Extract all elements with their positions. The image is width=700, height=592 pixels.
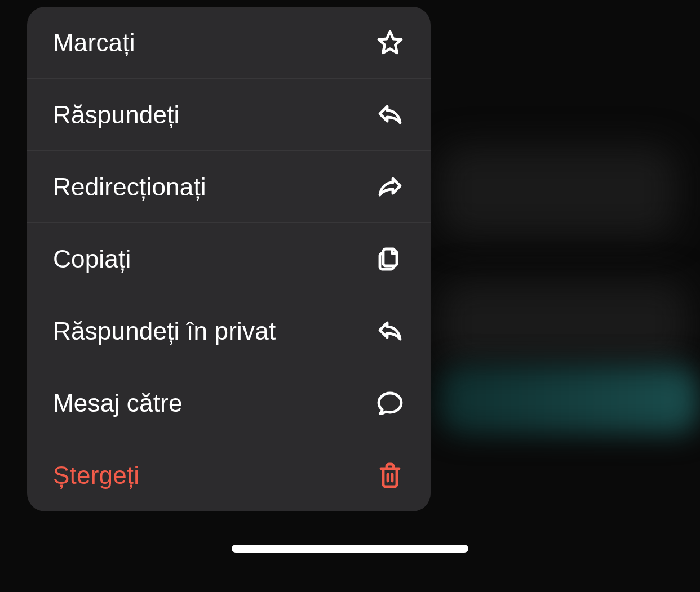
star-icon — [375, 28, 405, 57]
menu-item-label: Răspundeți în privat — [53, 317, 276, 345]
trash-icon — [375, 461, 405, 490]
blurred-message-bubble — [440, 366, 699, 434]
blurred-message-bubble — [440, 146, 676, 237]
menu-item-reply[interactable]: Răspundeți — [27, 79, 431, 151]
menu-item-delete[interactable]: Ștergeți — [27, 439, 431, 511]
menu-item-label: Mesaj către — [53, 389, 183, 417]
menu-item-label: Marcați — [53, 29, 135, 57]
menu-item-copy[interactable]: Copiați — [27, 223, 431, 295]
forward-icon — [375, 172, 405, 202]
chat-icon — [375, 389, 405, 418]
blurred-message-bubble — [440, 282, 688, 366]
menu-item-label: Răspundeți — [53, 101, 180, 129]
copy-icon — [375, 244, 405, 274]
home-indicator[interactable] — [232, 545, 468, 553]
menu-item-label: Redirecționați — [53, 173, 206, 201]
message-context-menu: Marcați Răspundeți Redirecționați Copiaț… — [27, 7, 431, 511]
menu-item-message-to[interactable]: Mesaj către — [27, 367, 431, 439]
menu-item-forward[interactable]: Redirecționați — [27, 151, 431, 223]
menu-item-reply-privately[interactable]: Răspundeți în privat — [27, 295, 431, 367]
menu-item-label: Copiați — [53, 245, 131, 273]
reply-icon — [375, 100, 405, 130]
reply-icon — [375, 317, 405, 346]
menu-item-label: Ștergeți — [53, 461, 139, 489]
menu-item-star[interactable]: Marcați — [27, 7, 431, 79]
